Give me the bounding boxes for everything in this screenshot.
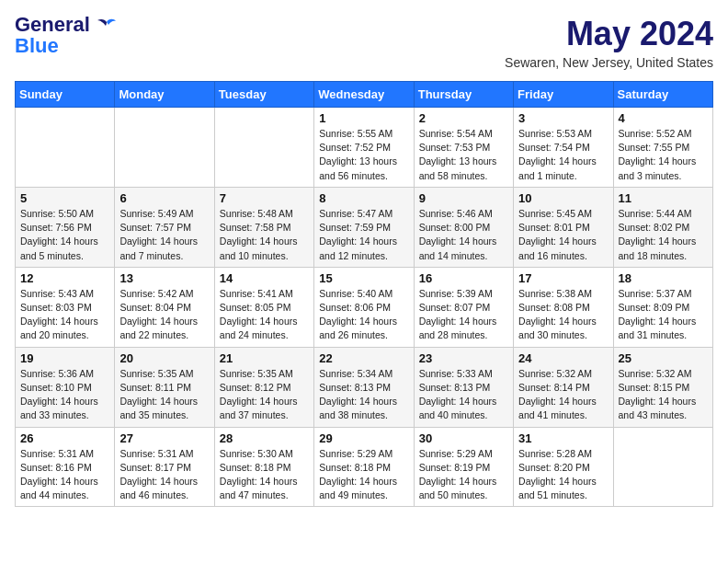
day-cell-12: 12Sunrise: 5:43 AM Sunset: 8:03 PM Dayli… xyxy=(16,267,115,347)
day-number: 14 xyxy=(220,271,309,285)
day-number: 29 xyxy=(319,431,408,445)
day-cell-20: 20Sunrise: 5:35 AM Sunset: 8:11 PM Dayli… xyxy=(115,347,214,427)
day-info: Sunrise: 5:35 AM Sunset: 8:11 PM Dayligh… xyxy=(119,367,209,423)
weekday-header-thursday: Thursday xyxy=(414,82,513,108)
title-block: May 2024 Sewaren, New Jersey, United Sta… xyxy=(505,15,713,70)
calendar-table: SundayMondayTuesdayWednesdayThursdayFrid… xyxy=(15,81,713,507)
day-cell-5: 5Sunrise: 5:50 AM Sunset: 7:56 PM Daylig… xyxy=(16,187,115,267)
day-info: Sunrise: 5:40 AM Sunset: 8:06 PM Dayligh… xyxy=(319,287,408,343)
day-cell-28: 28Sunrise: 5:30 AM Sunset: 8:18 PM Dayli… xyxy=(214,427,313,507)
day-number: 24 xyxy=(518,351,608,365)
day-number: 30 xyxy=(419,431,508,445)
day-cell-11: 11Sunrise: 5:44 AM Sunset: 8:02 PM Dayli… xyxy=(613,187,712,267)
weekday-header-sunday: Sunday xyxy=(16,82,115,108)
logo-general: General xyxy=(15,13,90,36)
day-info: Sunrise: 5:42 AM Sunset: 8:04 PM Dayligh… xyxy=(119,287,209,343)
day-cell-3: 3Sunrise: 5:53 AM Sunset: 7:54 PM Daylig… xyxy=(514,108,613,188)
day-number: 6 xyxy=(119,191,209,205)
day-info: Sunrise: 5:41 AM Sunset: 8:05 PM Dayligh… xyxy=(220,287,309,343)
weekday-header-monday: Monday xyxy=(115,82,214,108)
day-cell-29: 29Sunrise: 5:29 AM Sunset: 8:18 PM Dayli… xyxy=(314,427,414,507)
day-number: 25 xyxy=(619,351,708,365)
day-number: 17 xyxy=(518,271,608,285)
day-cell-6: 6Sunrise: 5:49 AM Sunset: 7:57 PM Daylig… xyxy=(115,187,214,267)
week-row-1: 5Sunrise: 5:50 AM Sunset: 7:56 PM Daylig… xyxy=(16,187,713,267)
day-info: Sunrise: 5:48 AM Sunset: 7:58 PM Dayligh… xyxy=(220,207,309,263)
day-number: 4 xyxy=(619,111,708,125)
day-cell-18: 18Sunrise: 5:37 AM Sunset: 8:09 PM Dayli… xyxy=(613,267,712,347)
day-number: 5 xyxy=(20,191,109,205)
logo-bird-icon xyxy=(97,18,116,33)
empty-cell xyxy=(16,108,115,188)
day-number: 2 xyxy=(419,111,508,125)
day-info: Sunrise: 5:49 AM Sunset: 7:57 PM Dayligh… xyxy=(119,207,209,263)
day-info: Sunrise: 5:46 AM Sunset: 8:00 PM Dayligh… xyxy=(419,207,508,263)
day-info: Sunrise: 5:39 AM Sunset: 8:07 PM Dayligh… xyxy=(419,287,508,343)
day-info: Sunrise: 5:31 AM Sunset: 8:16 PM Dayligh… xyxy=(20,447,109,503)
day-number: 1 xyxy=(319,111,408,125)
day-info: Sunrise: 5:36 AM Sunset: 8:10 PM Dayligh… xyxy=(20,367,109,423)
day-cell-4: 4Sunrise: 5:52 AM Sunset: 7:55 PM Daylig… xyxy=(613,108,712,188)
day-number: 13 xyxy=(119,271,209,285)
day-cell-19: 19Sunrise: 5:36 AM Sunset: 8:10 PM Dayli… xyxy=(16,347,115,427)
day-number: 10 xyxy=(518,191,608,205)
day-cell-25: 25Sunrise: 5:32 AM Sunset: 8:15 PM Dayli… xyxy=(613,347,712,427)
day-cell-22: 22Sunrise: 5:34 AM Sunset: 8:13 PM Dayli… xyxy=(314,347,414,427)
day-number: 12 xyxy=(20,271,109,285)
weekday-header-friday: Friday xyxy=(514,82,613,108)
day-info: Sunrise: 5:55 AM Sunset: 7:52 PM Dayligh… xyxy=(319,127,408,183)
day-info: Sunrise: 5:30 AM Sunset: 8:18 PM Dayligh… xyxy=(220,447,309,503)
day-cell-24: 24Sunrise: 5:32 AM Sunset: 8:14 PM Dayli… xyxy=(514,347,613,427)
day-info: Sunrise: 5:33 AM Sunset: 8:13 PM Dayligh… xyxy=(419,367,508,423)
day-number: 7 xyxy=(220,191,309,205)
day-cell-23: 23Sunrise: 5:33 AM Sunset: 8:13 PM Dayli… xyxy=(414,347,513,427)
day-number: 20 xyxy=(119,351,209,365)
day-info: Sunrise: 5:34 AM Sunset: 8:13 PM Dayligh… xyxy=(319,367,408,423)
empty-cell xyxy=(613,427,712,507)
day-number: 15 xyxy=(319,271,408,285)
day-number: 21 xyxy=(220,351,309,365)
day-cell-30: 30Sunrise: 5:29 AM Sunset: 8:19 PM Dayli… xyxy=(414,427,513,507)
day-number: 19 xyxy=(20,351,109,365)
day-number: 18 xyxy=(619,271,708,285)
day-number: 11 xyxy=(619,191,708,205)
day-cell-14: 14Sunrise: 5:41 AM Sunset: 8:05 PM Dayli… xyxy=(214,267,313,347)
day-number: 23 xyxy=(419,351,508,365)
day-cell-2: 2Sunrise: 5:54 AM Sunset: 7:53 PM Daylig… xyxy=(414,108,513,188)
day-cell-1: 1Sunrise: 5:55 AM Sunset: 7:52 PM Daylig… xyxy=(314,108,414,188)
week-row-4: 26Sunrise: 5:31 AM Sunset: 8:16 PM Dayli… xyxy=(16,427,713,507)
day-cell-31: 31Sunrise: 5:28 AM Sunset: 8:20 PM Dayli… xyxy=(514,427,613,507)
day-info: Sunrise: 5:53 AM Sunset: 7:54 PM Dayligh… xyxy=(518,127,608,183)
weekday-header-row: SundayMondayTuesdayWednesdayThursdayFrid… xyxy=(16,82,713,108)
day-number: 22 xyxy=(319,351,408,365)
day-cell-8: 8Sunrise: 5:47 AM Sunset: 7:59 PM Daylig… xyxy=(314,187,414,267)
day-cell-9: 9Sunrise: 5:46 AM Sunset: 8:00 PM Daylig… xyxy=(414,187,513,267)
weekday-header-wednesday: Wednesday xyxy=(314,82,414,108)
empty-cell xyxy=(115,108,214,188)
day-info: Sunrise: 5:35 AM Sunset: 8:12 PM Dayligh… xyxy=(220,367,309,423)
day-info: Sunrise: 5:28 AM Sunset: 8:20 PM Dayligh… xyxy=(518,447,608,503)
day-number: 16 xyxy=(419,271,508,285)
empty-cell xyxy=(214,108,313,188)
day-cell-15: 15Sunrise: 5:40 AM Sunset: 8:06 PM Dayli… xyxy=(314,267,414,347)
day-info: Sunrise: 5:32 AM Sunset: 8:15 PM Dayligh… xyxy=(619,367,708,423)
day-cell-26: 26Sunrise: 5:31 AM Sunset: 8:16 PM Dayli… xyxy=(16,427,115,507)
day-cell-17: 17Sunrise: 5:38 AM Sunset: 8:08 PM Dayli… xyxy=(514,267,613,347)
day-info: Sunrise: 5:50 AM Sunset: 7:56 PM Dayligh… xyxy=(20,207,109,263)
day-info: Sunrise: 5:52 AM Sunset: 7:55 PM Dayligh… xyxy=(619,127,708,183)
day-number: 28 xyxy=(220,431,309,445)
week-row-3: 19Sunrise: 5:36 AM Sunset: 8:10 PM Dayli… xyxy=(16,347,713,427)
day-info: Sunrise: 5:54 AM Sunset: 7:53 PM Dayligh… xyxy=(419,127,508,183)
day-info: Sunrise: 5:29 AM Sunset: 8:18 PM Dayligh… xyxy=(319,447,408,503)
logo-blue: Blue xyxy=(15,35,59,57)
page-header: General Blue May 2024 Sewaren, New Jerse… xyxy=(15,15,713,70)
day-number: 9 xyxy=(419,191,508,205)
day-info: Sunrise: 5:45 AM Sunset: 8:01 PM Dayligh… xyxy=(518,207,608,263)
day-info: Sunrise: 5:32 AM Sunset: 8:14 PM Dayligh… xyxy=(518,367,608,423)
logo: General Blue xyxy=(15,15,116,57)
day-info: Sunrise: 5:44 AM Sunset: 8:02 PM Dayligh… xyxy=(619,207,708,263)
day-number: 3 xyxy=(518,111,608,125)
weekday-header-tuesday: Tuesday xyxy=(214,82,313,108)
day-cell-7: 7Sunrise: 5:48 AM Sunset: 7:58 PM Daylig… xyxy=(214,187,313,267)
week-row-0: 1Sunrise: 5:55 AM Sunset: 7:52 PM Daylig… xyxy=(16,108,713,188)
